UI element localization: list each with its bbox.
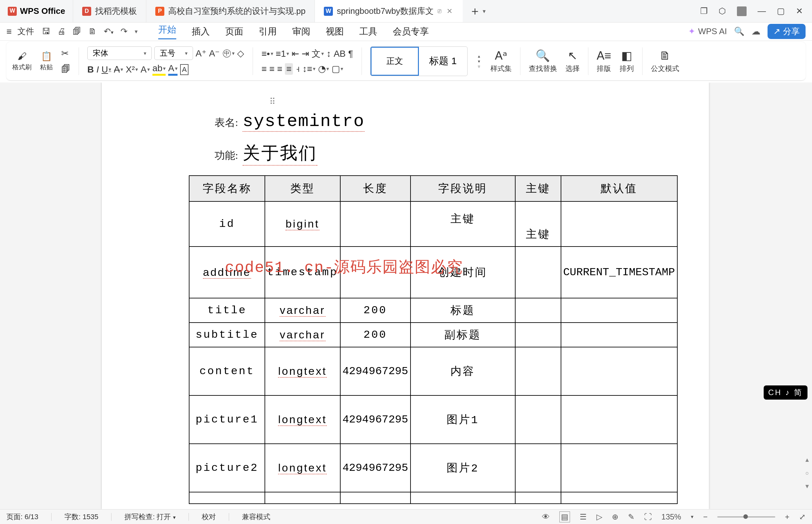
menu-reference[interactable]: 引用: [259, 26, 277, 38]
web-view-icon[interactable]: ⊕: [612, 512, 618, 521]
zoom-value[interactable]: 135%: [662, 512, 681, 521]
highlight-icon[interactable]: ab▾: [152, 63, 166, 76]
zoom-out-icon[interactable]: −: [703, 512, 708, 521]
sort-icon[interactable]: ↕: [327, 49, 331, 59]
menu-review[interactable]: 审阅: [292, 26, 310, 38]
stylesets-button[interactable]: Aᵃ样式集: [491, 49, 512, 73]
status-words[interactable]: 字数: 1535: [64, 512, 98, 522]
char-border-icon[interactable]: A: [180, 64, 189, 75]
menu-member[interactable]: 会员专享: [393, 26, 429, 38]
copy-icon[interactable]: 🗐: [61, 64, 70, 75]
export-icon[interactable]: 🗎: [88, 27, 97, 36]
layout-button[interactable]: A≡排版: [597, 49, 611, 73]
superscript-icon[interactable]: X²▾: [126, 64, 138, 75]
phonetic-icon[interactable]: ㊥▾: [222, 47, 235, 59]
zoom-slider[interactable]: [717, 516, 775, 518]
bold-icon[interactable]: B: [87, 64, 94, 75]
align-left-icon[interactable]: ≡: [261, 64, 266, 74]
menu-view[interactable]: 视图: [326, 26, 344, 38]
align-center-icon[interactable]: ≡: [269, 64, 275, 74]
zoom-in-icon[interactable]: +: [785, 512, 790, 521]
line-break-icon[interactable]: AB: [333, 49, 345, 59]
page-view-icon[interactable]: ▤: [559, 511, 570, 522]
menu-insert[interactable]: 插入: [192, 26, 210, 38]
arrange-button[interactable]: ◧排列: [620, 49, 634, 73]
outdent-icon[interactable]: ⇤: [292, 48, 299, 59]
share-button[interactable]: ↗ 分享: [767, 24, 806, 39]
show-marks-icon[interactable]: ¶: [348, 49, 353, 59]
print-preview-icon[interactable]: 🗐: [73, 27, 81, 36]
shrink-font-icon[interactable]: A⁻: [209, 48, 220, 59]
ime-indicator[interactable]: CH ♪ 简: [764, 386, 808, 399]
text-direction-icon[interactable]: 文▾: [312, 48, 324, 60]
distribute-icon[interactable]: ⫞: [296, 64, 300, 74]
underline-icon[interactable]: U▾: [101, 64, 111, 75]
monitor-icon[interactable]: ⎚: [437, 7, 442, 15]
user-avatar[interactable]: [737, 6, 747, 16]
multiwindow-icon[interactable]: ❐: [700, 6, 708, 16]
find-replace-button[interactable]: 🔍查找替换: [529, 49, 557, 73]
format-brush-group[interactable]: 🖌 格式刷: [12, 51, 32, 71]
justify-icon[interactable]: ≡: [285, 63, 293, 75]
sidebar-nav-dots[interactable]: ▲ ○ ▼: [804, 166, 810, 490]
menu-tools[interactable]: 工具: [359, 26, 377, 38]
tab-presentation[interactable]: P 高校自习室预约系统的设计与实现.pp: [146, 0, 314, 22]
clear-format-icon[interactable]: ◇: [237, 48, 244, 59]
fullscreen-icon[interactable]: ⤢: [799, 512, 806, 521]
anchor-icon[interactable]: ⠿: [269, 97, 276, 107]
style-gallery[interactable]: 正文 标题 1: [370, 46, 467, 76]
status-page[interactable]: 页面: 6/13: [6, 512, 38, 522]
save-icon[interactable]: 🖫: [42, 27, 50, 36]
minimize-icon[interactable]: —: [758, 6, 766, 16]
document-page[interactable]: ⠿ 表名: systemintro 功能: 关于我们 字段名称 类型 长度 字段…: [102, 82, 709, 509]
nav-up-icon[interactable]: ▲: [804, 457, 810, 463]
line-spacing-icon[interactable]: ↕≡▾: [302, 64, 315, 74]
text-effect-icon[interactable]: A▾: [140, 64, 150, 75]
maximize-icon[interactable]: ▢: [777, 6, 785, 16]
cut-icon[interactable]: ✂: [61, 48, 70, 59]
new-tab-button[interactable]: ＋▾: [463, 0, 492, 22]
eye-icon[interactable]: 👁: [542, 512, 550, 521]
nav-down-icon[interactable]: ▼: [804, 483, 810, 490]
style-heading1[interactable]: 标题 1: [419, 47, 467, 76]
print-icon[interactable]: 🖨: [57, 27, 66, 36]
strike-icon[interactable]: A̶▾: [114, 64, 123, 75]
menu-start[interactable]: 开始: [158, 23, 176, 39]
close-window-icon[interactable]: ✕: [796, 6, 803, 16]
annotate-icon[interactable]: ✎: [628, 512, 634, 521]
reading-view-icon[interactable]: ▷: [596, 512, 602, 521]
italic-icon[interactable]: I: [96, 64, 99, 75]
paste-group[interactable]: 📋 粘贴: [40, 51, 53, 71]
cube-icon[interactable]: ⬡: [718, 6, 726, 16]
numbering-icon[interactable]: ≡1▾: [276, 49, 289, 59]
outline-view-icon[interactable]: ☰: [580, 512, 587, 521]
shading-icon[interactable]: ◔▾: [318, 64, 329, 74]
menu-page[interactable]: 页面: [225, 26, 243, 38]
grow-font-icon[interactable]: A⁺: [196, 48, 206, 59]
file-menu[interactable]: 文件: [17, 26, 34, 37]
font-color-icon[interactable]: A▾: [168, 63, 178, 76]
indent-icon[interactable]: ⇥: [302, 48, 309, 59]
tab-template[interactable]: D 找稻壳模板: [73, 0, 146, 22]
align-right-icon[interactable]: ≡: [277, 64, 282, 74]
bullets-icon[interactable]: ≡•▾: [261, 49, 273, 59]
tab-document-active[interactable]: W springbootb7wby数据库文 ⎚ ✕: [314, 0, 463, 22]
nav-dot-icon[interactable]: ○: [806, 470, 809, 477]
more-dropdown-icon[interactable]: ▾: [135, 28, 137, 35]
wps-ai-button[interactable]: ✦WPS AI: [688, 27, 727, 36]
style-normal[interactable]: 正文: [370, 47, 419, 76]
redo-icon[interactable]: ↷: [120, 27, 128, 36]
official-doc-button[interactable]: 🗎公文模式: [651, 49, 679, 73]
status-compat[interactable]: 兼容模式: [242, 512, 270, 522]
status-proof[interactable]: 校对: [202, 512, 216, 522]
cloud-sync-icon[interactable]: ☁: [751, 26, 760, 37]
select-button[interactable]: ↖选择: [565, 49, 580, 73]
borders-icon[interactable]: ▢▾: [332, 64, 343, 74]
hamburger-icon[interactable]: ≡: [6, 27, 12, 37]
search-icon[interactable]: 🔍: [734, 27, 744, 36]
close-tab-icon[interactable]: ✕: [445, 7, 454, 15]
style-scroll[interactable]: ▴▾▿: [476, 53, 482, 69]
font-size-combo[interactable]: 五号▾: [154, 46, 193, 60]
font-name-combo[interactable]: 宋体▾: [87, 46, 152, 60]
status-spellcheck[interactable]: 拼写检查: 打开 ▾: [125, 512, 175, 522]
